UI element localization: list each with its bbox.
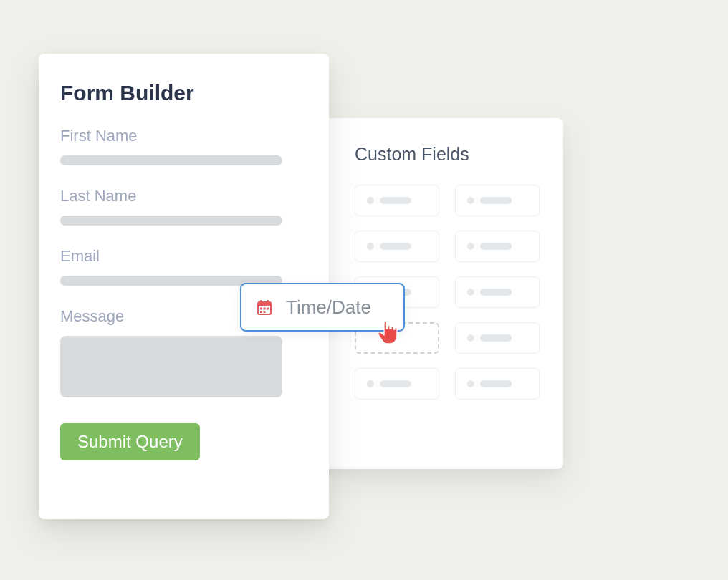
placeholder-bar xyxy=(480,289,512,296)
placeholder-bar xyxy=(480,243,512,250)
field-label-last-name: Last Name xyxy=(60,187,307,206)
placeholder-dot xyxy=(367,197,374,204)
cursor-hand-icon xyxy=(374,319,403,347)
placeholder-bar xyxy=(380,380,411,387)
svg-rect-4 xyxy=(260,308,262,310)
first-name-input[interactable] xyxy=(60,155,282,165)
custom-field-item[interactable] xyxy=(455,185,540,216)
svg-rect-7 xyxy=(260,311,262,313)
placeholder-dot xyxy=(467,243,474,250)
custom-fields-title: Custom Fields xyxy=(355,144,542,165)
dragging-field-label: Time/Date xyxy=(286,296,371,319)
placeholder-bar xyxy=(480,197,512,204)
custom-field-item[interactable] xyxy=(455,276,540,308)
svg-rect-6 xyxy=(267,308,269,310)
custom-field-item[interactable] xyxy=(355,368,439,400)
placeholder-dot xyxy=(367,380,374,387)
field-label-email: Email xyxy=(60,247,307,266)
submit-query-button[interactable]: Submit Query xyxy=(60,423,200,460)
placeholder-dot xyxy=(467,289,474,296)
custom-field-item[interactable] xyxy=(455,368,540,400)
custom-field-item[interactable] xyxy=(355,185,439,216)
form-builder-title: Form Builder xyxy=(60,81,307,105)
custom-field-item[interactable] xyxy=(455,322,540,354)
svg-rect-2 xyxy=(260,300,262,304)
placeholder-dot xyxy=(367,243,374,250)
placeholder-dot xyxy=(467,197,474,204)
svg-rect-8 xyxy=(264,311,266,313)
placeholder-dot xyxy=(467,380,474,387)
last-name-input[interactable] xyxy=(60,216,282,226)
placeholder-bar xyxy=(480,380,512,387)
placeholder-bar xyxy=(380,243,411,250)
placeholder-bar xyxy=(480,334,512,342)
placeholder-bar xyxy=(380,197,411,204)
placeholder-dot xyxy=(467,334,474,342)
custom-field-item[interactable] xyxy=(455,231,540,262)
calendar-icon xyxy=(256,299,273,316)
svg-rect-1 xyxy=(258,302,271,306)
field-label-first-name: First Name xyxy=(60,127,307,145)
svg-rect-3 xyxy=(267,300,269,304)
message-textarea[interactable] xyxy=(60,336,282,397)
custom-field-item[interactable] xyxy=(355,231,439,262)
svg-rect-5 xyxy=(264,308,266,310)
